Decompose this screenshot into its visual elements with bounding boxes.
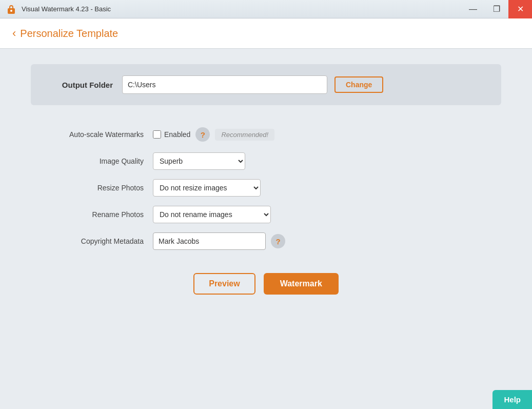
copyright-metadata-control: ? [153, 232, 285, 250]
restore-button[interactable]: ❐ [485, 0, 508, 18]
help-corner-button[interactable]: Help [492, 390, 532, 409]
recommended-badge: Recommended! [215, 129, 274, 141]
auto-scale-help-button[interactable]: ? [195, 127, 210, 142]
page-header: ‹ Personalize Template [0, 18, 532, 49]
auto-scale-checkbox-label: Enabled [164, 130, 190, 139]
auto-scale-label: Auto-scale Watermarks [41, 130, 144, 139]
copyright-metadata-row: Copyright Metadata ? [41, 230, 491, 252]
close-button[interactable]: ✕ [508, 0, 532, 18]
output-folder-box: Output Folder Change [31, 64, 501, 105]
title-bar: Visual Watermark 4.23 - Basic — ❐ ✕ [0, 0, 532, 18]
rename-photos-label: Rename Photos [41, 210, 144, 219]
copyright-help-button[interactable]: ? [271, 234, 285, 248]
security-icon [6, 4, 16, 14]
window-controls: — ❐ ✕ [461, 0, 532, 18]
minimize-button[interactable]: — [461, 0, 485, 18]
image-quality-control: Superb High Medium Low [153, 152, 245, 170]
watermark-button[interactable]: Watermark [264, 273, 339, 295]
bottom-buttons: Preview Watermark [31, 273, 501, 295]
copyright-metadata-label: Copyright Metadata [41, 237, 144, 245]
resize-photos-label: Resize Photos [41, 184, 144, 192]
resize-photos-row: Resize Photos Do not resize images Resiz… [41, 177, 491, 199]
rename-photos-control: Do not rename images Rename with prefix … [153, 206, 271, 223]
image-quality-row: Image Quality Superb High Medium Low [41, 150, 491, 172]
image-quality-label: Image Quality [41, 157, 144, 165]
output-folder-input[interactable] [122, 75, 327, 94]
auto-scale-control: Enabled ? Recommended! [153, 127, 274, 142]
copyright-metadata-input[interactable] [153, 232, 266, 250]
rename-photos-row: Rename Photos Do not rename images Renam… [41, 203, 491, 226]
form-section: Auto-scale Watermarks Enabled ? Recommen… [31, 123, 501, 252]
form-area: Output Folder Change Auto-scale Watermar… [0, 49, 532, 409]
auto-scale-checkbox-wrap: Enabled [153, 130, 190, 139]
resize-photos-select[interactable]: Do not resize images Resize to fit width… [153, 179, 261, 197]
window-title: Visual Watermark 4.23 - Basic [22, 5, 111, 13]
main-content: ‹ Personalize Template Output Folder Cha… [0, 18, 532, 409]
svg-point-1 [10, 10, 12, 12]
auto-scale-checkbox[interactable] [153, 130, 161, 139]
rename-photos-select[interactable]: Do not rename images Rename with prefix … [153, 206, 271, 223]
page-title: Personalize Template [20, 28, 118, 40]
back-arrow-icon: ‹ [12, 27, 16, 40]
change-button[interactable]: Change [334, 76, 383, 93]
auto-scale-row: Auto-scale Watermarks Enabled ? Recommen… [41, 123, 491, 146]
back-link[interactable]: ‹ Personalize Template [12, 27, 520, 40]
output-folder-label: Output Folder [46, 81, 113, 89]
image-quality-select[interactable]: Superb High Medium Low [153, 152, 245, 170]
preview-button[interactable]: Preview [193, 273, 255, 295]
resize-photos-control: Do not resize images Resize to fit width… [153, 179, 261, 197]
